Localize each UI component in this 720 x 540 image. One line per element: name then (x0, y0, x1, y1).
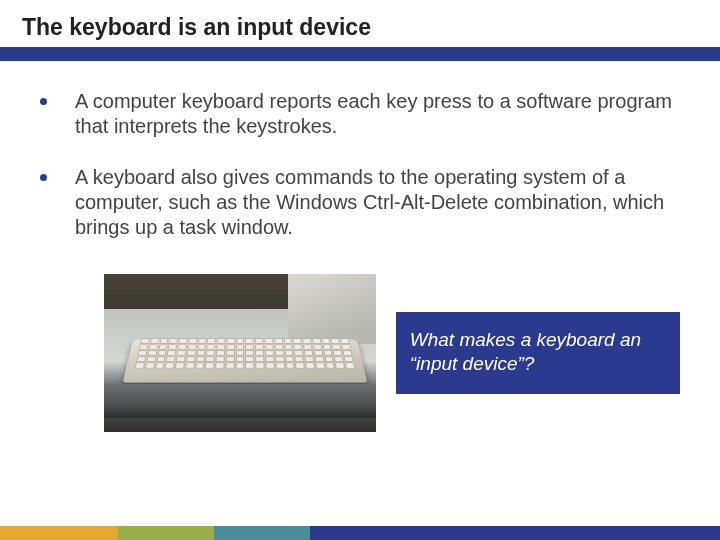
page-title: The keyboard is an input device (22, 14, 698, 41)
bullet-dot-icon (40, 174, 47, 181)
keyboard-keys (135, 338, 356, 368)
title-area: The keyboard is an input device (0, 0, 720, 47)
bullet-dot-icon (40, 98, 47, 105)
callout-box: What makes a keyboard an “input device”? (396, 312, 680, 394)
bullet-text: A keyboard also gives commands to the op… (75, 165, 680, 240)
slide: The keyboard is an input device A comput… (0, 0, 720, 540)
bullet-item: A computer keyboard reports each key pre… (40, 89, 680, 139)
title-underline-bar (0, 47, 720, 61)
desk-tray (104, 384, 376, 418)
bullet-text: A computer keyboard reports each key pre… (75, 89, 680, 139)
footer-stripe (0, 526, 720, 540)
image-and-callout-row: What makes a keyboard an “input device”? (40, 266, 680, 432)
bullet-item: A keyboard also gives commands to the op… (40, 165, 680, 240)
content-area: A computer keyboard reports each key pre… (0, 61, 720, 432)
footer-seg-green (118, 526, 214, 540)
footer-seg-teal (214, 526, 310, 540)
footer-seg-gold (0, 526, 118, 540)
monitor-corner (288, 274, 376, 344)
keyboard-photo (104, 274, 376, 432)
footer-seg-navy (310, 526, 720, 540)
